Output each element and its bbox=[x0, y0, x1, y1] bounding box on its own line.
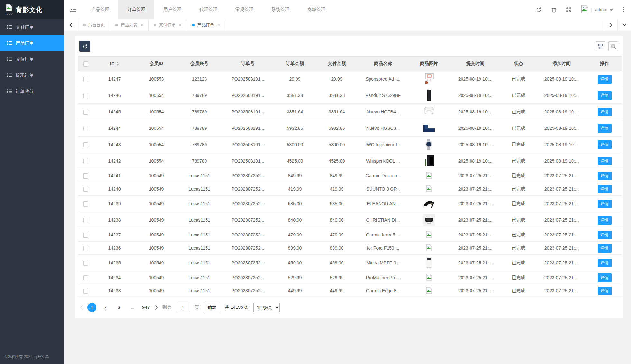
detail-button[interactable]: 详情 bbox=[598, 287, 612, 295]
tab[interactable]: 后台首页 × bbox=[78, 19, 110, 31]
product-image bbox=[425, 256, 433, 269]
trash-icon[interactable] bbox=[551, 7, 556, 13]
detail-button[interactable]: 详情 bbox=[598, 91, 612, 100]
tab[interactable]: 支付订单 × bbox=[149, 19, 187, 31]
row-checkbox[interactable] bbox=[83, 142, 88, 147]
search-button[interactable] bbox=[608, 41, 618, 51]
cell-add-time: 2025-08-19 10:... bbox=[536, 104, 587, 120]
nav-item-0[interactable]: 产品管理 bbox=[82, 0, 118, 19]
tab-close-icon[interactable]: × bbox=[141, 22, 143, 28]
detail-button[interactable]: 详情 bbox=[598, 216, 612, 225]
sidebar-item[interactable]: 订单收益 bbox=[0, 84, 64, 100]
cell-product-image bbox=[408, 271, 450, 284]
nav-item-3[interactable]: 代理管理 bbox=[190, 0, 226, 19]
toggle-columns-button[interactable] bbox=[596, 41, 605, 51]
cell-checkbox bbox=[78, 87, 94, 104]
tabs-scroll-left-icon[interactable] bbox=[64, 19, 78, 31]
page-number[interactable]: 2 bbox=[101, 303, 110, 312]
select-all-checkbox[interactable] bbox=[83, 61, 88, 67]
row-checkbox[interactable] bbox=[83, 126, 88, 131]
table-row: 14246 100554 789789 PO202508191... 3581.… bbox=[78, 87, 622, 104]
kebab-menu-icon[interactable] bbox=[623, 7, 624, 12]
cell-action: 详情 bbox=[587, 255, 622, 271]
cell-member-id: 100554 bbox=[135, 137, 177, 153]
detail-button[interactable]: 详情 bbox=[598, 124, 612, 133]
cell-status: 已完成 bbox=[501, 212, 536, 228]
page-number[interactable]: 947 bbox=[142, 303, 151, 312]
sidebar-collapse-icon[interactable] bbox=[64, 0, 82, 19]
detail-button[interactable]: 详情 bbox=[598, 231, 612, 239]
cell-order-no: PO202307252... bbox=[222, 284, 274, 297]
table-row: 14242 100554 789789 PO202508191... 4525.… bbox=[78, 153, 622, 169]
goto-confirm-button[interactable]: 确定 bbox=[204, 303, 220, 312]
detail-button[interactable]: 详情 bbox=[598, 75, 612, 84]
row-checkbox[interactable] bbox=[83, 173, 88, 179]
detail-button[interactable]: 详情 bbox=[598, 273, 612, 282]
user-menu[interactable]: | admin bbox=[581, 5, 613, 14]
next-page-icon[interactable] bbox=[155, 305, 158, 310]
sidebar-item[interactable]: 产品订单 bbox=[0, 35, 64, 51]
per-page-select[interactable]: 15 条/页 bbox=[253, 303, 280, 312]
table-row: 14240 100549 Lucas1151 PO202307252... 41… bbox=[78, 182, 622, 196]
cell-checkbox bbox=[78, 255, 94, 271]
detail-button[interactable]: 详情 bbox=[598, 259, 612, 267]
fullscreen-icon[interactable] bbox=[566, 7, 571, 12]
refresh-icon[interactable] bbox=[536, 7, 542, 13]
nav-item-4[interactable]: 常规管理 bbox=[226, 0, 262, 19]
detail-button[interactable]: 详情 bbox=[598, 172, 612, 180]
cell-id: 14237 bbox=[94, 228, 135, 242]
row-checkbox[interactable] bbox=[83, 187, 88, 192]
list-icon bbox=[7, 89, 12, 94]
row-checkbox[interactable] bbox=[83, 201, 88, 207]
sort-id-control[interactable] bbox=[116, 62, 119, 66]
table-refresh-button[interactable] bbox=[79, 41, 90, 52]
goto-page-input[interactable] bbox=[176, 303, 190, 312]
row-checkbox[interactable] bbox=[83, 110, 88, 115]
row-checkbox[interactable] bbox=[83, 233, 88, 238]
tabs-scroll-right-icon[interactable] bbox=[604, 19, 617, 31]
row-checkbox[interactable] bbox=[83, 93, 88, 98]
cell-action: 详情 bbox=[587, 120, 622, 137]
cell-status: 已完成 bbox=[501, 271, 536, 284]
page-number-current[interactable]: 1 bbox=[87, 303, 96, 312]
row-checkbox[interactable] bbox=[83, 246, 88, 251]
tab-close-icon[interactable]: × bbox=[179, 22, 181, 28]
cell-status: 已完成 bbox=[501, 242, 536, 255]
row-checkbox[interactable] bbox=[83, 289, 88, 294]
detail-button[interactable]: 详情 bbox=[598, 185, 612, 193]
cell-add-time: 2025-08-19 10:... bbox=[536, 71, 587, 87]
detail-button[interactable]: 详情 bbox=[598, 140, 612, 149]
tabs-dropdown-icon[interactable] bbox=[617, 19, 631, 31]
detail-button[interactable]: 详情 bbox=[598, 157, 612, 165]
nav-item-5[interactable]: 系统管理 bbox=[262, 0, 298, 19]
row-checkbox[interactable] bbox=[83, 218, 88, 223]
cell-account: 789789 bbox=[177, 153, 222, 169]
cell-status: 已完成 bbox=[501, 196, 536, 212]
nav-item-6[interactable]: 商城管理 bbox=[298, 0, 334, 19]
detail-button[interactable]: 详情 bbox=[598, 200, 612, 208]
sidebar-item[interactable]: 支付订单 bbox=[0, 19, 64, 35]
nav-item-1[interactable]: 订单管理 bbox=[118, 0, 154, 19]
tab[interactable]: 产品订单 × bbox=[187, 19, 225, 31]
header-checkbox-cell bbox=[78, 57, 94, 71]
sidebar-item[interactable]: 充值订单 bbox=[0, 51, 64, 67]
cell-product-image bbox=[408, 169, 450, 182]
tab[interactable]: 产品列表 × bbox=[110, 19, 149, 31]
row-checkbox[interactable] bbox=[83, 261, 88, 266]
tab-close-icon[interactable]: × bbox=[217, 22, 220, 28]
caret-down-icon bbox=[610, 7, 613, 12]
row-checkbox[interactable] bbox=[83, 275, 88, 280]
row-checkbox[interactable] bbox=[83, 159, 88, 164]
sidebar-item[interactable]: 提现订单 bbox=[0, 67, 64, 84]
tab-bar: 后台首页 × 产品列表 × 支付订单 × 产品订单 × bbox=[64, 19, 631, 31]
detail-button[interactable]: 详情 bbox=[598, 108, 612, 116]
cell-account: Lucas1151 bbox=[177, 284, 222, 297]
page-number[interactable]: 3 bbox=[114, 303, 123, 312]
prev-page-icon[interactable] bbox=[80, 305, 83, 310]
table-row: 14235 100549 Lucas1151 PO202307252... 45… bbox=[78, 255, 622, 271]
nav-item-2[interactable]: 用户管理 bbox=[154, 0, 190, 19]
detail-button[interactable]: 详情 bbox=[598, 244, 612, 253]
row-checkbox[interactable] bbox=[83, 77, 88, 82]
cell-order-amount: 3351.64 bbox=[274, 104, 316, 120]
cell-order-no: PO202508191... bbox=[222, 87, 274, 104]
